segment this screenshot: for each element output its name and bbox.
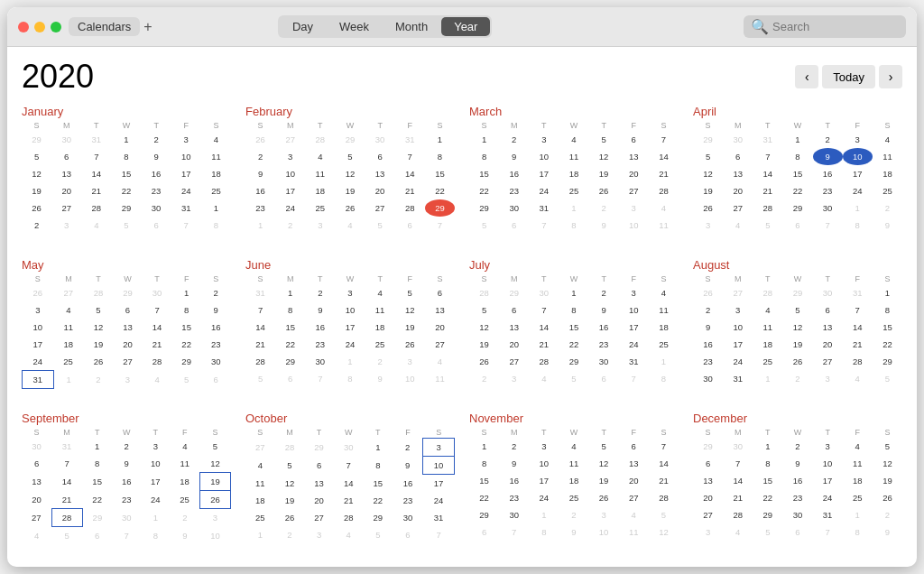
calendar-day[interactable]: 16: [393, 475, 423, 493]
calendar-day[interactable]: 14: [753, 165, 782, 182]
calendar-day[interactable]: 3: [395, 353, 425, 370]
calendar-day[interactable]: 2: [201, 284, 231, 301]
calendar-day[interactable]: 11: [365, 301, 395, 319]
calendar-day[interactable]: 18: [305, 182, 335, 199]
calendar-day[interactable]: 8: [171, 301, 201, 319]
calendar-day[interactable]: 11: [559, 148, 588, 165]
calendar-day[interactable]: 23: [813, 182, 843, 199]
calendar-day[interactable]: 10: [335, 301, 365, 319]
calendar-day[interactable]: 9: [873, 523, 902, 541]
calendar-day[interactable]: 11: [201, 148, 231, 165]
calendar-day[interactable]: 5: [111, 217, 141, 234]
calendar-day[interactable]: 3: [619, 199, 649, 217]
calendar-day[interactable]: 1: [111, 131, 141, 148]
calendar-day[interactable]: 19: [469, 336, 499, 353]
calendar-day[interactable]: 13: [693, 472, 723, 489]
calendar-day[interactable]: 7: [499, 523, 529, 541]
calendar-day[interactable]: 18: [201, 165, 231, 182]
calendar-day[interactable]: 13: [499, 319, 529, 336]
calendar-day[interactable]: 19: [275, 492, 305, 509]
calendar-day[interactable]: 31: [423, 509, 455, 526]
calendar-day[interactable]: 2: [873, 506, 902, 523]
calendar-day[interactable]: 6: [393, 526, 423, 543]
calendar-day[interactable]: 2: [782, 438, 812, 455]
calendar-day[interactable]: 4: [53, 301, 84, 319]
calendar-day[interactable]: 28: [649, 489, 679, 506]
calendar-day[interactable]: 14: [395, 165, 425, 182]
calendar-day[interactable]: 12: [469, 319, 499, 336]
calendar-day[interactable]: 22: [275, 336, 305, 353]
calendar-day[interactable]: 7: [529, 301, 559, 319]
calendar-day[interactable]: 21: [529, 336, 559, 353]
calendar-day[interactable]: 22: [782, 182, 812, 199]
calendar-day[interactable]: 21: [649, 472, 679, 489]
calendar-day[interactable]: 10: [423, 457, 455, 475]
calendar-day[interactable]: 1: [753, 370, 782, 387]
calendar-day[interactable]: 2: [84, 371, 114, 389]
calendar-day[interactable]: 23: [499, 182, 529, 199]
minimize-button[interactable]: [34, 22, 45, 32]
calendar-day[interactable]: 18: [53, 336, 84, 353]
calendar-day[interactable]: 1: [782, 131, 812, 148]
calendar-day[interactable]: 3: [693, 523, 723, 541]
calendar-day[interactable]: 26: [782, 353, 812, 370]
calendar-day[interactable]: 5: [245, 370, 275, 387]
calendar-day[interactable]: 14: [649, 148, 679, 165]
calendar-day[interactable]: 4: [723, 217, 753, 234]
calendar-day[interactable]: 21: [245, 336, 275, 353]
calendar-day[interactable]: 15: [425, 165, 455, 182]
calendar-day[interactable]: 30: [723, 438, 753, 455]
calendar-day[interactable]: 30: [393, 509, 423, 526]
calendar-day[interactable]: 7: [753, 148, 782, 165]
calendar-day[interactable]: 4: [529, 370, 559, 387]
calendar-day[interactable]: 2: [813, 131, 843, 148]
calendar-day[interactable]: 28: [753, 284, 782, 301]
calendar-day[interactable]: 24: [275, 199, 305, 217]
calendar-day[interactable]: 13: [619, 455, 649, 472]
calendar-day[interactable]: 26: [275, 509, 305, 526]
calendar-day[interactable]: 11: [843, 455, 873, 472]
calendar-day[interactable]: 8: [873, 301, 902, 319]
calendar-day[interactable]: 7: [423, 526, 455, 543]
calendar-day[interactable]: 14: [529, 319, 559, 336]
calendar-day[interactable]: 1: [201, 199, 231, 217]
calendar-day[interactable]: 15: [559, 319, 588, 336]
calendar-day[interactable]: 10: [199, 527, 230, 545]
calendar-day[interactable]: 17: [335, 319, 365, 336]
calendar-day[interactable]: 8: [559, 301, 588, 319]
calendar-day[interactable]: 3: [843, 131, 873, 148]
calendar-day[interactable]: 30: [22, 438, 51, 455]
calendar-day[interactable]: 4: [305, 148, 335, 165]
calendar-day[interactable]: 29: [22, 131, 51, 148]
calendar-day[interactable]: 9: [499, 148, 529, 165]
calendar-day[interactable]: 30: [813, 199, 843, 217]
calendar-day[interactable]: 18: [245, 492, 275, 509]
calendar-day[interactable]: 20: [425, 319, 455, 336]
calendar-day[interactable]: 15: [364, 475, 393, 493]
calendar-day[interactable]: 1: [843, 506, 873, 523]
calendar-day[interactable]: 1: [53, 371, 84, 389]
calendar-day[interactable]: 3: [529, 131, 559, 148]
calendar-day[interactable]: 6: [82, 527, 112, 545]
calendar-day[interactable]: 10: [529, 455, 559, 472]
calendar-day[interactable]: 15: [275, 319, 305, 336]
calendar-day[interactable]: 9: [393, 457, 423, 475]
calendar-day[interactable]: 22: [469, 182, 499, 199]
calendar-day[interactable]: 10: [141, 455, 170, 473]
calendar-day[interactable]: 24: [813, 489, 843, 506]
calendar-day[interactable]: 10: [619, 301, 649, 319]
calendar-day[interactable]: 17: [529, 472, 559, 489]
calendar-day[interactable]: 16: [112, 473, 141, 491]
calendar-day[interactable]: 7: [649, 438, 679, 455]
calendar-day[interactable]: 26: [335, 199, 365, 217]
calendar-day[interactable]: 28: [245, 353, 275, 370]
calendar-day[interactable]: 2: [782, 370, 812, 387]
calendar-day[interactable]: 28: [51, 509, 82, 527]
calendar-day[interactable]: 27: [113, 353, 143, 371]
calendar-day[interactable]: 29: [275, 353, 305, 370]
calendar-day[interactable]: 7: [112, 527, 141, 545]
calendar-day[interactable]: 8: [529, 523, 559, 541]
calendar-day[interactable]: 29: [559, 353, 588, 370]
calendar-day[interactable]: 10: [589, 523, 619, 541]
calendar-day[interactable]: 6: [395, 217, 425, 234]
